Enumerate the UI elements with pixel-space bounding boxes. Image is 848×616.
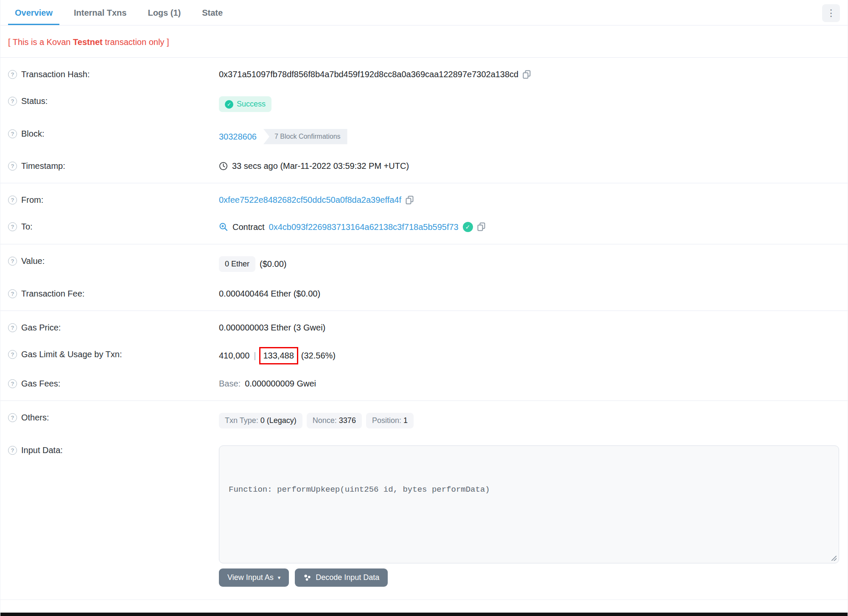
to-contract-label: Contract (232, 222, 265, 232)
gas-used-value: 133,488 (263, 351, 294, 360)
nonce-value: 3376 (339, 416, 356, 425)
kebab-icon: ⋮ (826, 8, 836, 18)
section-gas: ? Gas Price: 0.000000003 Ether (3 Gwei) … (0, 311, 848, 400)
help-icon[interactable]: ? (8, 196, 17, 204)
input-function-line: Function: performUpkeep(uint256 id, byte… (229, 483, 829, 496)
value-usd: ($0.00) (260, 259, 286, 269)
row-block: ? Block: 30328606 7 Block Confirmations (0, 120, 848, 153)
row-gas-limit-usage: ? Gas Limit & Usage by Txn: 410,000 | 13… (0, 341, 848, 370)
help-icon[interactable]: ? (8, 289, 17, 298)
row-gas-price: ? Gas Price: 0.000000003 Ether (3 Gwei) (0, 314, 848, 341)
help-icon[interactable]: ? (8, 413, 17, 422)
tab-logs[interactable]: Logs (1) (141, 1, 188, 25)
transaction-fee-label: Transaction Fee: (21, 289, 84, 299)
block-confirmations-badge: 7 Block Confirmations (263, 129, 347, 144)
decode-input-data-label: Decode Input Data (316, 573, 379, 582)
row-transaction-hash: ? Transaction Hash: 0x371a51097fb78df856… (0, 61, 848, 88)
view-input-as-button[interactable]: View Input As ▾ (219, 568, 289, 587)
nonce-badge: Nonce: 3376 (307, 413, 362, 428)
notice-prefix: [ This is a Kovan (8, 37, 73, 47)
tab-internal-txns[interactable]: Internal Txns (67, 1, 133, 25)
row-input-data: ? Input Data: Function: performUpkeep(ui… (0, 437, 848, 595)
chevron-down-icon: ▾ (278, 574, 281, 581)
gas-used-percentage: (32.56%) (301, 351, 336, 361)
footer-edge (0, 613, 848, 616)
more-options-button[interactable]: ⋮ (822, 4, 840, 22)
tab-state[interactable]: State (195, 1, 229, 25)
gas-base-label: Base: (219, 379, 241, 389)
testnet-notice: [ This is a Kovan Testnet transaction on… (0, 25, 848, 57)
position-label: Position: (372, 416, 401, 425)
gas-limit-value: 410,000 (219, 351, 249, 361)
row-others: ? Others: Txn Type: 0 (Legacy) Nonce: 33… (0, 404, 848, 437)
section-value: ? Value: 0 Ether ($0.00) ? Transaction F… (0, 244, 848, 311)
input-data-label: Input Data: (21, 445, 63, 455)
copy-icon[interactable] (406, 196, 414, 205)
view-input-as-label: View Input As (227, 573, 274, 582)
help-icon[interactable]: ? (8, 162, 17, 171)
transaction-fee-value: 0.000400464 Ether ($0.00) (219, 289, 320, 299)
gas-fees-label: Gas Fees: (21, 379, 60, 389)
block-number-link[interactable]: 30328606 (219, 132, 257, 142)
tab-bar: Overview Internal Txns Logs (1) State ⋮ (0, 0, 848, 25)
row-value: ? Value: 0 Ether ($0.00) (0, 248, 848, 280)
nonce-label: Nonce: (313, 416, 337, 425)
tab-overview[interactable]: Overview (8, 1, 59, 25)
row-status: ? Status: ✓ Success (0, 88, 848, 120)
position-value: 1 (403, 416, 408, 425)
magnifier-plus-icon[interactable] (219, 222, 228, 232)
help-icon[interactable]: ? (8, 379, 17, 388)
to-label: To: (21, 222, 33, 232)
notice-bold: Testnet (73, 37, 103, 47)
gas-separator: | (254, 351, 256, 361)
status-value: Success (237, 100, 266, 109)
status-label: Status: (21, 96, 48, 106)
txn-type-badge: Txn Type: 0 (Legacy) (219, 413, 302, 428)
help-icon[interactable]: ? (8, 70, 17, 79)
row-gas-fees: ? Gas Fees: Base: 0.000000009 Gwei (0, 370, 848, 397)
decode-input-data-button[interactable]: Decode Input Data (295, 568, 388, 587)
section-overview-top: ? Transaction Hash: 0x371a51097fb78df856… (0, 58, 848, 183)
row-from: ? From: 0xfee7522e8482682cf50ddc50a0f8da… (0, 187, 848, 213)
gas-used-highlight-annotation: 133,488 (259, 347, 298, 364)
section-others: ? Others: Txn Type: 0 (Legacy) Nonce: 33… (0, 401, 848, 599)
to-address-link[interactable]: 0x4cb093f226983713164a62138c3f718a5b595f… (269, 222, 459, 232)
gas-limit-usage-label: Gas Limit & Usage by Txn: (21, 350, 122, 359)
help-icon[interactable]: ? (8, 129, 17, 138)
input-data-textarea[interactable]: Function: performUpkeep(uint256 id, byte… (219, 445, 839, 563)
row-transaction-fee: ? Transaction Fee: 0.000400464 Ether ($0… (0, 280, 848, 307)
clock-icon (219, 162, 228, 171)
decode-icon (303, 574, 311, 582)
help-icon[interactable]: ? (8, 446, 17, 455)
copy-icon[interactable] (523, 70, 531, 79)
gas-base-value: 0.000000009 Gwei (245, 379, 316, 389)
txn-type-value: 0 (Legacy) (260, 416, 297, 425)
help-icon[interactable]: ? (8, 222, 17, 231)
from-label: From: (21, 195, 43, 205)
txn-type-label: Txn Type: (225, 416, 258, 425)
from-address-link[interactable]: 0xfee7522e8482682cf50ddc50a0f8da2a39effa… (219, 195, 401, 205)
resize-handle[interactable] (831, 556, 837, 561)
check-circle-icon: ✓ (225, 100, 233, 109)
copy-icon[interactable] (477, 222, 486, 232)
help-icon[interactable]: ? (8, 350, 17, 359)
timestamp-label: Timestamp: (21, 161, 65, 171)
timestamp-value: 33 secs ago (Mar-11-2022 03:59:32 PM +UT… (232, 161, 409, 171)
transaction-hash-value: 0x371a51097fb78df856f8b4a7bd459f192d8cc8… (219, 70, 518, 79)
transaction-hash-label: Transaction Hash: (21, 70, 90, 79)
section-addresses: ? From: 0xfee7522e8482682cf50ddc50a0f8da… (0, 183, 848, 244)
others-label: Others: (21, 413, 49, 423)
notice-suffix: transaction only ] (103, 37, 169, 47)
help-icon[interactable]: ? (8, 257, 17, 266)
row-to: ? To: Contract 0x4cb093f226983713164a621… (0, 213, 848, 241)
status-badge: ✓ Success (219, 96, 271, 112)
verified-check-icon: ✓ (463, 222, 473, 232)
value-ether-badge: 0 Ether (219, 256, 255, 272)
help-icon[interactable]: ? (8, 97, 17, 106)
block-label: Block: (21, 129, 44, 139)
input-methodid-line: MethodID: 0x7bbaf1ea (229, 562, 829, 563)
gas-price-value: 0.000000003 Ether (3 Gwei) (219, 323, 325, 333)
divider (0, 599, 848, 600)
help-icon[interactable]: ? (8, 323, 17, 332)
value-label: Value: (21, 256, 45, 266)
